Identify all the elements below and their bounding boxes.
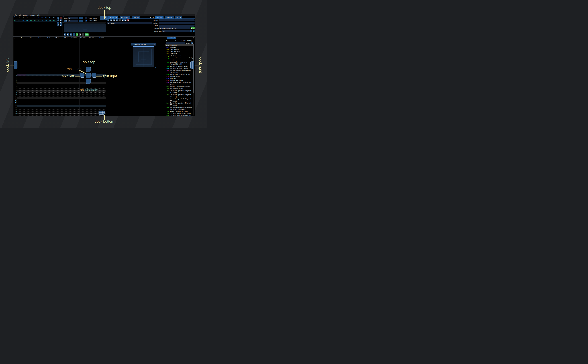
octave-input[interactable]: 3 (68, 17, 78, 19)
effect-row-12xx[interactable]: 12xxSet level of operator 1 (0 highest, … (166, 90, 193, 94)
effect-row-03xx[interactable]: 03xxPortamento (166, 53, 193, 55)
tab-song-info[interactable]: Song Info (155, 16, 164, 19)
pattern-row-13[interactable]: 13 (14, 99, 106, 101)
add-button[interactable] (57, 17, 59, 19)
delete-button[interactable] (127, 19, 129, 21)
name-input[interactable] (159, 19, 195, 21)
effect-row-16xy[interactable]: 16xySet operator multiplier (x: operator… (166, 106, 193, 110)
effect-row-1Axx[interactable]: 1AxxSet attack of operator 1 (0 to 1F) (166, 114, 193, 116)
splitter[interactable] (62, 33, 106, 33)
step-button[interactable]: Step (64, 20, 67, 22)
channel-header-fm-3[interactable]: FM 3 (35, 37, 44, 39)
menu-edit[interactable]: edit (18, 14, 22, 16)
close-icon[interactable]: × (193, 37, 195, 39)
pattern-corner-button[interactable]: ++ (14, 37, 17, 39)
tuning-increase-button[interactable]: + (193, 30, 195, 32)
splitter[interactable] (62, 22, 106, 22)
order-cell[interactable]: 00 (17, 20, 21, 21)
empty-note-cells[interactable] (17, 93, 106, 95)
collapse-arrow-icon[interactable]: ▼ (153, 17, 154, 18)
channel-header-fm-1[interactable]: FM 1 (17, 37, 26, 39)
split-bottom-target[interactable] (86, 79, 91, 84)
effect-row-0Dxx[interactable]: 0DxxJump to next pattern (166, 79, 193, 82)
move-down-button[interactable] (124, 19, 126, 21)
channel-header-fm-2[interactable]: FM 2 (26, 37, 35, 39)
splitter[interactable] (62, 16, 62, 36)
dock-top-target[interactable] (100, 16, 107, 20)
effect-row-14xx[interactable]: 14xxSet level of operator 3 (0 highest, … (166, 98, 193, 102)
effect-row-07xy[interactable]: 07xyTremolo (x: speed; y: depth) (166, 65, 193, 67)
empty-note-cells[interactable] (17, 82, 106, 84)
pattern-row-16[interactable]: 16 (14, 105, 106, 107)
empty-note-cells[interactable] (17, 109, 106, 110)
channel-header-fm-6[interactable]: FM 6 (62, 37, 71, 39)
channel-header-square-1[interactable]: Square 1 (71, 37, 79, 39)
tab-instruments[interactable]: Instruments (107, 16, 118, 19)
move-down-button[interactable] (57, 22, 59, 24)
empty-note-cells[interactable] (17, 99, 106, 101)
move-up-button[interactable] (122, 19, 124, 21)
step-decrease-button[interactable]: - (79, 20, 81, 22)
effect-row-00xy[interactable]: 00xyArpeggio (166, 47, 193, 49)
effect-row-15xx[interactable]: 15xxSet level of operator 4 (0 highest, … (166, 102, 193, 106)
orders-selected-row[interactable]: 00 00000000000000000000 (14, 19, 57, 22)
menu-file[interactable]: file (14, 14, 18, 16)
follow-orders-checkbox[interactable] (85, 17, 87, 19)
effect-row-09xx[interactable]: 09xxSet groove pattern (speed 1 if no gr… (166, 69, 193, 73)
empty-note-cells[interactable] (17, 97, 106, 99)
order-cell[interactable]: 00 (45, 20, 48, 21)
order-edit-mode-button[interactable] (60, 24, 62, 26)
move-up-button[interactable] (60, 20, 62, 21)
effect-row-08xy[interactable]: 08xySet panning (x: left; y: right) (166, 67, 193, 69)
channel-header-square-3[interactable]: Square 3 (88, 37, 97, 39)
channel-header-fm-5[interactable]: FM 5 (53, 37, 62, 39)
order-cell[interactable]: 00 (29, 20, 33, 21)
empty-note-cells[interactable] (17, 107, 106, 109)
order-cell[interactable]: 00 (37, 20, 40, 21)
add-button[interactable] (107, 19, 109, 21)
splitter[interactable] (152, 16, 152, 36)
close-icon[interactable]: × (150, 16, 151, 18)
octave-increase-button[interactable]: + (81, 17, 83, 19)
effect-row-0Cxx[interactable]: 0CxxRetrigger (166, 78, 193, 79)
pattern-row-11[interactable]: 11 (14, 95, 106, 97)
album-input[interactable] (159, 25, 195, 27)
metronome-button[interactable] (79, 33, 81, 36)
tab-effect-list[interactable]: Effect List (167, 37, 176, 39)
channel-header-square-2[interactable]: Square 2 (79, 37, 88, 39)
collapse-arrow-icon[interactable]: ▼ (165, 37, 167, 39)
save-button[interactable] (116, 19, 118, 21)
order-cell[interactable]: 00 (25, 20, 29, 21)
effect-row-06xy[interactable]: 06xyVolume slide + portamento (compatibi… (166, 61, 193, 65)
empty-note-cells[interactable] (17, 105, 106, 107)
order-cell[interactable]: 00 (33, 20, 37, 21)
collapse-arrow-icon[interactable]: ▼ (132, 44, 133, 45)
duplicate-button[interactable] (57, 20, 59, 21)
empty-note-cells[interactable] (17, 101, 106, 103)
resize-grip[interactable] (154, 66, 156, 68)
step-input[interactable]: 1 (68, 20, 78, 22)
pattern-row-17[interactable]: 17 (14, 107, 106, 109)
pattern-row-14[interactable]: 14 (14, 101, 106, 103)
open-button[interactable] (113, 19, 115, 21)
follow-pattern-checkbox[interactable] (85, 20, 87, 22)
effect-row-13xx[interactable]: 13xxSet level of operator 2 (0 highest, … (166, 94, 193, 98)
order-cell[interactable]: 00 (48, 20, 52, 21)
pattern-row-2[interactable]: 2 (14, 78, 106, 80)
pattern-row-4[interactable]: 4 (14, 82, 106, 84)
menu-window[interactable]: window (29, 14, 36, 16)
pattern-row-3[interactable]: 3 (14, 80, 106, 82)
pattern-rows[interactable]: 0123456789101112131415161718192021 (14, 74, 106, 116)
play-pattern-button[interactable] (67, 33, 69, 36)
effect-table-header[interactable]: Name Description (165, 44, 193, 46)
pattern-row-19[interactable]: 19 (14, 111, 106, 113)
change-all-orders-button[interactable] (57, 24, 59, 26)
instrument-item-none[interactable]: - None - (107, 22, 152, 24)
effect-row-0Fxx[interactable]: 0FxxSet speed (speed 2 if no grooves exi… (166, 82, 193, 86)
effect-row-0Bxx[interactable]: 0BxxJump to pattern (166, 75, 193, 78)
empty-note-cells[interactable] (17, 103, 106, 105)
close-icon[interactable]: × (153, 43, 155, 45)
pattern-row-10[interactable]: 10 (14, 93, 106, 95)
duplicate-to-end-button[interactable] (60, 22, 62, 24)
effect-list-menu-button[interactable] (191, 42, 193, 44)
